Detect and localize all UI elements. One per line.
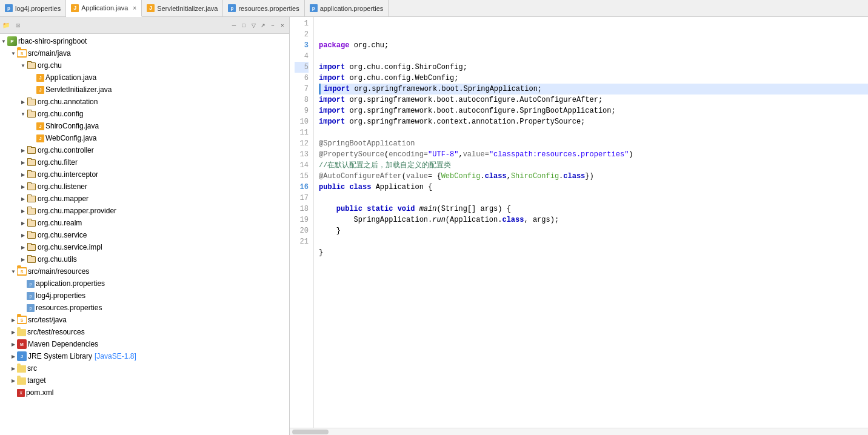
tree-item-org-chu-service[interactable]: ▶org.chu.service [0, 229, 289, 241]
tree-item-src-test-resources[interactable]: ▶src/test/resources [0, 326, 289, 338]
tree-arrow: ▼ [10, 51, 17, 56]
tree-item-org-chu[interactable]: ▼org.chu [0, 59, 289, 71]
tree-item-label: pom.xml [26, 388, 53, 397]
tree-item-shiro-config[interactable]: JShiroConfig.java [0, 120, 289, 132]
folder-icon [17, 365, 26, 373]
code-line-12: //在默认配置之后，加载自定义的配置类 [319, 160, 868, 171]
close-button[interactable]: × [278, 21, 287, 30]
tab-label: resources.properties [238, 5, 299, 12]
code-area[interactable]: package org.chu; import org.chu.config.S… [314, 17, 868, 428]
tree-item-org-chu-config[interactable]: ▼org.chu.config [0, 108, 289, 120]
tab-appprops[interactable]: papplication.properties [305, 0, 389, 16]
java-file-icon: J [36, 134, 44, 142]
tree-arrow: ▶ [19, 160, 27, 165]
line-num-4: 4 [295, 51, 309, 62]
explorer-header-controls: ─ □ ▽ ↗ − × [230, 21, 287, 30]
props-file-icon: p [27, 280, 35, 288]
line-num-19: 19 [295, 214, 309, 225]
tab-application[interactable]: JApplication.java× [66, 0, 142, 17]
tree-item-label: Maven Dependencies [28, 340, 98, 348]
package-icon [27, 61, 36, 70]
line-num-6: 6 [295, 73, 309, 84]
jre-icon: J [17, 351, 27, 361]
tab-close-icon[interactable]: × [133, 5, 136, 12]
package-icon [27, 206, 36, 216]
package-icon [27, 254, 36, 264]
minimize2-button[interactable]: − [269, 21, 277, 30]
tree-item-org-chu-filter[interactable]: ▶org.chu.filter [0, 156, 289, 168]
tab-resources[interactable]: presources.properties [223, 0, 304, 16]
tab-log4j[interactable]: plog4j.properties [0, 0, 66, 16]
toolbar-menu-button[interactable]: ▽ [249, 21, 258, 30]
tree-arrow: ▶ [19, 208, 27, 214]
tree-item-label: target [27, 376, 46, 385]
tree-item-org-chu-mapper[interactable]: ▶org.chu.mapper [0, 193, 289, 205]
restore-button[interactable]: ↗ [259, 21, 267, 30]
src-folder-icon: S [17, 267, 27, 276]
line-num-16: 16 [295, 182, 309, 193]
line-num-17: 17 [295, 193, 309, 204]
tree-item-jre-system-library[interactable]: ▶JJRE System Library[JavaSE-1.8] [0, 350, 289, 362]
src-folder-icon: S [17, 316, 27, 324]
props-file-icon: p [27, 304, 35, 312]
tree-item-org-chu-annotation[interactable]: ▶org.chu.annotation [0, 96, 289, 108]
tree-item-label: org.chu.service.impl [38, 243, 102, 251]
tree-item-org-chu-realm[interactable]: ▶org.chu.realm [0, 217, 289, 229]
tree-item-label: Application.java [45, 73, 96, 82]
tree-arrow: ▶ [19, 221, 27, 226]
line-num-7: 7 [295, 84, 309, 95]
tree-item-resources-properties[interactable]: presources.properties [0, 302, 289, 314]
java-icon: J [71, 4, 79, 12]
tree-item-servlet-java[interactable]: JServletInitializer.java [0, 84, 289, 96]
tree-item-log4j-properties[interactable]: plog4j.properties [0, 290, 289, 302]
tree-item-org-chu-interceptor[interactable]: ▶org.chu.interceptor [0, 168, 289, 181]
scrollbar-thumb[interactable] [292, 430, 329, 434]
tree-item-web-config[interactable]: JWebConfig.java [0, 132, 289, 144]
main-layout: 📁 ⊠ ─ □ ▽ ↗ − × ▼Prbac-shiro-springboot▼… [0, 17, 868, 435]
line-numbers: 123456789101112131415161718192021 [290, 17, 314, 428]
minimize-button[interactable]: ─ [230, 21, 238, 30]
tree-arrow: ▼ [0, 39, 7, 44]
tree-item-src-main-java[interactable]: ▼Ssrc/main/java [0, 47, 289, 59]
tree-item-label: org.chu.service [38, 231, 87, 239]
tree-item-label: application.properties [36, 279, 105, 288]
tree-item-pom-xml[interactable]: Xpom.xml [0, 387, 289, 399]
line-num-10: 10 [295, 116, 309, 127]
tree-item-maven-dependencies[interactable]: ▶MMaven Dependencies [0, 338, 289, 350]
tab-servlet[interactable]: JServletInitializer.java [142, 0, 223, 16]
tree-item-label: log4j.properties [36, 291, 85, 300]
explorer-pin-icon: ⊠ [16, 22, 21, 28]
tree-item-org-chu-listener[interactable]: ▶org.chu.listener [0, 181, 289, 193]
tree-item-label: org.chu.interceptor [38, 170, 98, 179]
line-num-1: 1 [295, 18, 309, 29]
tree-arrow: ▼ [19, 111, 27, 117]
tree-item-org-chu-service-impl[interactable]: ▶org.chu.service.impl [0, 241, 289, 253]
package-icon [27, 194, 36, 204]
code-line-18: } [319, 225, 868, 236]
tree-item-label: org.chu.controller [38, 146, 94, 154]
tree-item-src[interactable]: ▶src [0, 362, 289, 374]
maximize-button[interactable]: □ [239, 21, 248, 30]
tree-item-org-chu-controller[interactable]: ▶org.chu.controller [0, 144, 289, 156]
code-line-16: public static void main(String[] args) { [319, 204, 868, 214]
tree-item-src-main-resources[interactable]: ▼Ssrc/main/resources [0, 265, 289, 277]
code-line-10: @SpringBootApplication [319, 138, 868, 149]
code-line-17: SpringApplication.run(Application.class,… [319, 214, 868, 225]
editor-scrollbar[interactable] [290, 428, 868, 435]
code-line-7: import org.springframework.boot.autoconf… [319, 105, 868, 116]
tree-arrow: ▼ [19, 63, 27, 68]
tree-item-org-chu-mapper-provider[interactable]: ▶org.chu.mapper.provider [0, 205, 289, 217]
tree-item-application-properties[interactable]: papplication.properties [0, 277, 289, 290]
line-num-11: 11 [295, 127, 309, 138]
tree-item-label: org.chu.filter [38, 158, 78, 167]
tree-item-src-test-java[interactable]: ▶Ssrc/test/java [0, 314, 289, 326]
tree-item-org-chu-utils[interactable]: ▶org.chu.utils [0, 253, 289, 265]
code-line-11: @PropertySource(encoding="UTF-8",value="… [319, 149, 868, 160]
src-folder-icon: S [17, 49, 27, 58]
tree-item-target[interactable]: ▶target [0, 374, 289, 387]
tree-arrow: ▶ [10, 317, 17, 323]
tree-item-application-java[interactable]: JApplication.java [0, 71, 289, 84]
tree-item-project[interactable]: ▼Prbac-shiro-springboot [0, 35, 289, 47]
package-icon [27, 158, 36, 167]
package-icon [27, 230, 36, 240]
